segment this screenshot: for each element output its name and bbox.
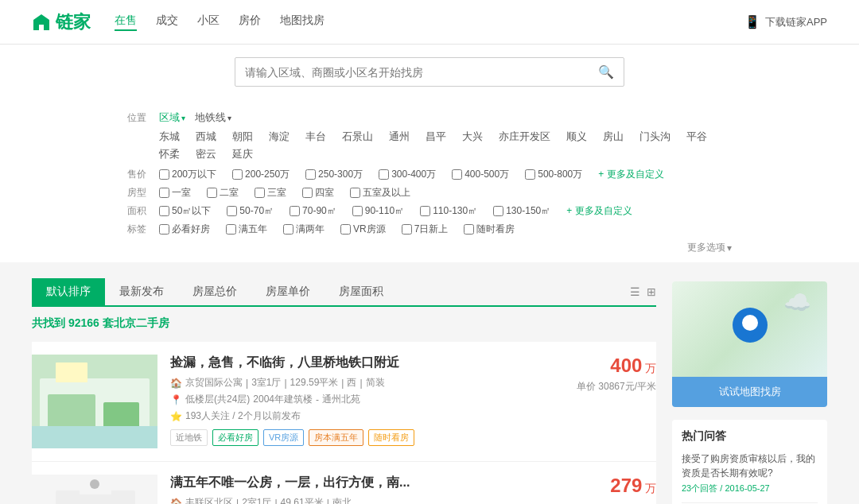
city-pinggu[interactable]: 平谷 bbox=[686, 130, 707, 144]
tag-label: 标签 bbox=[127, 223, 151, 236]
nav-item-price[interactable]: 房价 bbox=[239, 14, 261, 31]
city-yanqing[interactable]: 延庆 bbox=[232, 147, 253, 161]
room-option-4[interactable]: 五室及以上 bbox=[350, 186, 410, 200]
price-option-2[interactable]: 250-300万 bbox=[305, 168, 363, 181]
roomtype-filter-row: 房型 一室 二室 三室 四室 五室及以上 bbox=[127, 186, 732, 200]
tab-metro[interactable]: 地铁线 ▾ bbox=[195, 110, 231, 125]
sort-tab-default[interactable]: 默认排序 bbox=[32, 278, 105, 305]
city-fangshan[interactable]: 房山 bbox=[603, 130, 624, 144]
city-fengtai[interactable]: 丰台 bbox=[305, 130, 326, 144]
hot-qa-title: 热门问答 bbox=[682, 429, 818, 444]
list-view-icon[interactable]: ☰ bbox=[630, 285, 640, 298]
tag-option-2[interactable]: 满两年 bbox=[283, 223, 325, 236]
area-filter-row: 面积 50㎡以下 50-70㎡ 70-90㎡ 90-110㎡ 110-130㎡ … bbox=[127, 204, 732, 218]
price-option-1[interactable]: 200-250万 bbox=[232, 168, 290, 181]
house-price-1: 400 万 bbox=[577, 355, 656, 377]
price-more-link[interactable]: + 更多及自定义 bbox=[598, 168, 663, 181]
location-label: 位置 bbox=[127, 111, 151, 125]
city-haidian[interactable]: 海淀 bbox=[269, 130, 290, 144]
city-changping[interactable]: 昌平 bbox=[426, 130, 446, 144]
area-option-4[interactable]: 110-130㎡ bbox=[420, 204, 477, 218]
city-huairou[interactable]: 怀柔 bbox=[159, 147, 180, 161]
area-option-1[interactable]: 50-70㎡ bbox=[227, 204, 274, 218]
city-shunyi[interactable]: 顺义 bbox=[566, 130, 587, 144]
cities-grid: 东城 西城 朝阳 海淀 丰台 石景山 通州 昌平 大兴 亦庄开发区 顺义 房山 … bbox=[127, 130, 732, 161]
nav-item-mapfind[interactable]: 地图找房 bbox=[280, 14, 325, 31]
home-icon-1: 🏠 bbox=[170, 378, 182, 389]
map-find-button[interactable]: 试试地图找房 bbox=[672, 377, 827, 407]
house-location-1: 📍 低楼层(共24层) 2004年建筑楼 - 通州北苑 bbox=[170, 393, 564, 406]
house-item[interactable]: 捡漏，急售，不临街，八里桥地铁口附近 🏠 京贸国际公寓 | 3室1厅 | 129… bbox=[32, 342, 656, 462]
sort-tabs: 默认排序 最新发布 房屋总价 房屋单价 房屋面积 ☰ ⊞ bbox=[32, 278, 656, 307]
nav-item-sold[interactable]: 成交 bbox=[156, 14, 178, 31]
city-shijingshan[interactable]: 石景山 bbox=[342, 130, 373, 144]
chevron-down-icon: ▾ bbox=[181, 114, 185, 122]
svg-rect-2 bbox=[48, 394, 95, 430]
price-option-0[interactable]: 200万以下 bbox=[159, 168, 216, 181]
house-price-2: 279 万 bbox=[577, 475, 656, 497]
room-option-2[interactable]: 三室 bbox=[255, 186, 286, 200]
city-daxing[interactable]: 大兴 bbox=[462, 130, 483, 144]
tag-near-metro: 近地铁 bbox=[170, 429, 208, 446]
qa-question-0[interactable]: 接受了购房资质审核以后，我的资质是否长期有效呢? bbox=[682, 452, 818, 480]
tab-district[interactable]: 区域 ▾ bbox=[159, 110, 185, 125]
sort-tab-latest[interactable]: 最新发布 bbox=[105, 278, 178, 305]
room-option-0[interactable]: 一室 bbox=[159, 186, 191, 200]
room-option-3[interactable]: 四室 bbox=[302, 186, 334, 200]
nav-item-onsale[interactable]: 在售 bbox=[115, 14, 137, 31]
grid-view-icon[interactable]: ⊞ bbox=[647, 285, 656, 298]
city-chaoyang[interactable]: 朝阳 bbox=[232, 130, 253, 144]
tag-options: 必看好房 满五年 满两年 VR房源 7日新上 随时看房 bbox=[159, 223, 732, 236]
location-icon-1: 📍 bbox=[170, 394, 182, 405]
tag-option-4[interactable]: 7日新上 bbox=[402, 223, 449, 236]
svg-rect-5 bbox=[56, 362, 87, 382]
house-info-2: 满五年不唯一公房，一层，出行方便，南... 🏠 丰联区北区 | 2室1厅 | 4… bbox=[170, 475, 564, 504]
area-option-5[interactable]: 130-150㎡ bbox=[493, 204, 550, 218]
city-dongcheng[interactable]: 东城 bbox=[159, 130, 180, 144]
house-list: 捡漏，急售，不临街，八里桥地铁口附近 🏠 京贸国际公寓 | 3室1厅 | 129… bbox=[32, 342, 656, 504]
col-main: 默认排序 最新发布 房屋总价 房屋单价 房屋面积 ☰ ⊞ 共找到 92166 套… bbox=[32, 270, 656, 504]
city-tongzhou[interactable]: 通州 bbox=[389, 130, 410, 144]
area-more-link[interactable]: + 更多及自定义 bbox=[566, 204, 632, 218]
sort-tab-unit-price[interactable]: 房屋单价 bbox=[251, 278, 325, 305]
area-option-2[interactable]: 70-90㎡ bbox=[290, 204, 336, 218]
search-area: 🔍 bbox=[0, 45, 859, 103]
area-option-3[interactable]: 90-110㎡ bbox=[352, 204, 404, 218]
house-tags-1: 近地铁 必看好房 VR房源 房本满五年 随时看房 bbox=[170, 429, 564, 446]
house-item-2[interactable]: 满五年不唯一公房，一层，出行方便，南... 🏠 丰联区北区 | 2室1厅 | 4… bbox=[32, 462, 656, 504]
price-options: 200万以下 200-250万 250-300万 300-400万 400-50… bbox=[159, 168, 732, 181]
tag-option-0[interactable]: 必看好房 bbox=[159, 223, 210, 236]
search-input[interactable] bbox=[245, 66, 598, 79]
search-bar: 🔍 bbox=[235, 57, 624, 87]
price-option-3[interactable]: 300-400万 bbox=[379, 168, 436, 181]
area-option-0[interactable]: 50㎡以下 bbox=[159, 204, 211, 218]
city-yizhuang[interactable]: 亦庄开发区 bbox=[499, 130, 550, 144]
sort-tab-area[interactable]: 房屋面积 bbox=[325, 278, 398, 305]
logo[interactable]: 链家 bbox=[32, 10, 91, 34]
more-options-button[interactable]: 更多选项 ▾ bbox=[687, 241, 732, 254]
tag-5years: 房本满五年 bbox=[309, 429, 363, 446]
sort-tab-total-price[interactable]: 房屋总价 bbox=[178, 278, 251, 305]
price-option-4[interactable]: 400-500万 bbox=[452, 168, 509, 181]
house-title-1: 捡漏，急售，不临街，八里桥地铁口附近 bbox=[170, 355, 564, 371]
svg-point-12 bbox=[742, 315, 758, 331]
search-button[interactable]: 🔍 bbox=[598, 64, 614, 79]
star-icon-1: ⭐ bbox=[170, 411, 182, 422]
chevron-down-icon-3: ▾ bbox=[727, 242, 732, 254]
city-xicheng[interactable]: 西城 bbox=[196, 130, 216, 144]
house-thumbnail-1 bbox=[32, 355, 157, 448]
price-label: 售价 bbox=[127, 168, 151, 181]
city-miyun[interactable]: 密云 bbox=[196, 147, 216, 161]
tag-option-3[interactable]: VR房源 bbox=[340, 223, 386, 236]
tag-option-1[interactable]: 满五年 bbox=[226, 223, 267, 236]
house-price-area-2: 279 万 bbox=[577, 475, 656, 504]
price-option-5[interactable]: 500-800万 bbox=[525, 168, 582, 181]
house-image-2 bbox=[32, 475, 157, 504]
nav-item-community[interactable]: 小区 bbox=[197, 14, 220, 31]
house-subtitle-2: 🏠 丰联区北区 | 2室1厅 | 49.61平米 | 南北 bbox=[170, 496, 564, 504]
city-mentougou[interactable]: 门头沟 bbox=[639, 130, 670, 144]
download-app-label[interactable]: 下载链家APP bbox=[765, 15, 827, 29]
room-option-1[interactable]: 二室 bbox=[207, 186, 239, 200]
col-side: ☁️ 试试地图找房 热门问答 接受了购房资质审核以后，我的资质是否 bbox=[672, 270, 827, 504]
tag-option-5[interactable]: 随时看房 bbox=[464, 223, 515, 236]
